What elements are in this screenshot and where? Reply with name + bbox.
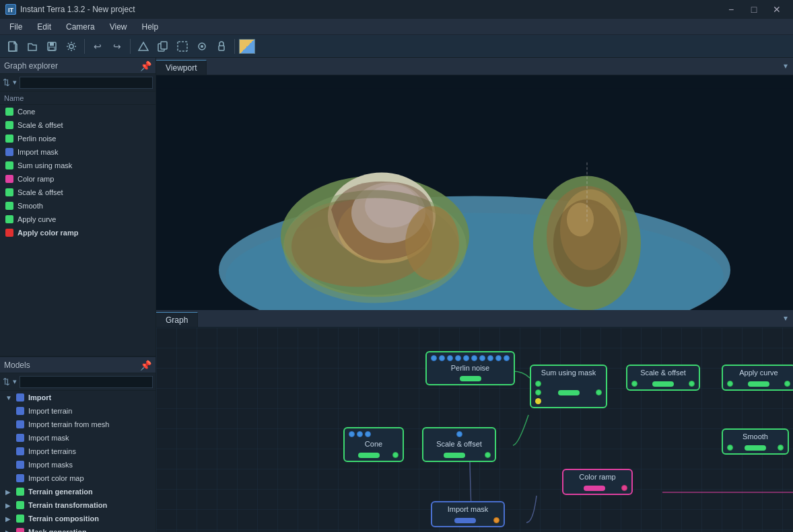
port-ac-in[interactable] bbox=[727, 381, 733, 387]
port-im-out[interactable] bbox=[493, 517, 499, 523]
port[interactable] bbox=[447, 355, 453, 361]
port-smooth-out[interactable] bbox=[778, 445, 784, 451]
port-sum-in3[interactable] bbox=[535, 398, 541, 404]
node-color-ramp[interactable]: Color ramp bbox=[562, 469, 633, 495]
models-search-input[interactable] bbox=[20, 376, 153, 388]
models-filter-icon[interactable]: ▾ bbox=[13, 377, 17, 386]
toggle-scale-offset-1[interactable] bbox=[444, 453, 465, 458]
menu-help[interactable]: Help bbox=[135, 21, 166, 33]
tree-item-apply-curve[interactable]: Apply curve bbox=[0, 213, 156, 226]
port[interactable] bbox=[471, 355, 477, 361]
node-cone[interactable]: Cone bbox=[343, 427, 404, 462]
port-sum-in1[interactable] bbox=[535, 381, 541, 387]
port[interactable] bbox=[439, 355, 445, 361]
toggle-smooth[interactable] bbox=[745, 445, 766, 451]
menu-view[interactable]: View bbox=[103, 21, 134, 33]
tree-item-smooth[interactable]: Smooth bbox=[0, 199, 156, 213]
maximize-button[interactable]: □ bbox=[743, 0, 765, 19]
settings-button[interactable] bbox=[63, 38, 80, 55]
port-sum-out[interactable] bbox=[596, 389, 602, 395]
port[interactable] bbox=[455, 355, 461, 361]
toggle-ac[interactable] bbox=[748, 381, 769, 387]
pin-icon[interactable]: 📌 bbox=[140, 61, 151, 71]
toggle-cone[interactable] bbox=[358, 453, 380, 458]
port[interactable] bbox=[495, 355, 502, 361]
tree-item-scale-offset-1[interactable]: Scale & offset bbox=[0, 118, 156, 132]
port[interactable] bbox=[456, 431, 462, 437]
models-item-import-colormap[interactable]: Import color map bbox=[0, 471, 156, 485]
viewport-canvas[interactable] bbox=[156, 75, 793, 310]
menu-file[interactable]: File bbox=[3, 21, 29, 33]
tree-item-color-ramp[interactable]: Color ramp bbox=[0, 172, 156, 186]
models-sort-icon[interactable]: ⇅ bbox=[3, 377, 10, 387]
toggle-perlin-noise[interactable] bbox=[460, 376, 481, 381]
open-button[interactable] bbox=[24, 38, 41, 55]
copy-button[interactable] bbox=[154, 38, 172, 55]
models-item-terrain-transform[interactable]: ▶ Terrain transformation bbox=[0, 498, 156, 512]
models-item-import-terrains[interactable]: Import terrains bbox=[0, 445, 156, 458]
models-item-import[interactable]: ▼ Import bbox=[0, 391, 156, 404]
port-cr-out[interactable] bbox=[621, 485, 627, 491]
port[interactable] bbox=[504, 355, 510, 361]
move-button[interactable] bbox=[193, 38, 211, 55]
sort-icon[interactable]: ⇅ bbox=[3, 77, 10, 87]
node-apply-curve[interactable]: Apply curve bbox=[722, 365, 793, 391]
port-ac-out[interactable] bbox=[784, 381, 790, 387]
models-item-import-terrain[interactable]: Import terrain bbox=[0, 404, 156, 418]
tab-viewport[interactable]: Viewport bbox=[156, 60, 207, 75]
new-button[interactable] bbox=[4, 38, 22, 55]
tree-item-scale-offset-2[interactable]: Scale & offset bbox=[0, 186, 156, 199]
models-item-import-mask[interactable]: Import mask bbox=[0, 431, 156, 445]
toggle-so2[interactable] bbox=[652, 381, 674, 387]
toggle-sum[interactable] bbox=[558, 390, 580, 395]
minimize-button[interactable]: − bbox=[720, 0, 742, 19]
tab-graph[interactable]: Graph bbox=[156, 312, 198, 327]
menu-edit[interactable]: Edit bbox=[30, 21, 58, 33]
color-picker-button[interactable] bbox=[239, 39, 255, 54]
tree-item-import-mask[interactable]: Import mask bbox=[0, 145, 156, 159]
port[interactable] bbox=[487, 355, 493, 361]
graph-canvas[interactable]: Perlin noise Cone bbox=[156, 328, 793, 532]
port-smooth-in[interactable] bbox=[727, 445, 733, 451]
port[interactable] bbox=[463, 355, 469, 361]
models-item-import-masks[interactable]: Import masks bbox=[0, 458, 156, 471]
node-smooth[interactable]: Smooth bbox=[722, 428, 789, 455]
node-sum-using-mask[interactable]: Sum using mask bbox=[530, 365, 607, 408]
port-cone-out[interactable] bbox=[392, 452, 399, 458]
port-sum-in2[interactable] bbox=[535, 389, 541, 395]
terrain-button[interactable] bbox=[135, 38, 152, 55]
port[interactable] bbox=[349, 431, 355, 437]
menu-camera[interactable]: Camera bbox=[59, 21, 102, 33]
viewport-tab-arrow[interactable]: ▾ bbox=[778, 57, 793, 75]
node-import-mask[interactable]: Import mask bbox=[431, 501, 505, 527]
node-perlin-noise[interactable]: Perlin noise bbox=[425, 351, 515, 385]
models-item-terrain-comp[interactable]: ▶ Terrain composition bbox=[0, 512, 156, 525]
save-button[interactable] bbox=[43, 38, 61, 55]
redo-button[interactable]: ↪ bbox=[108, 38, 126, 55]
node-scale-offset-2[interactable]: Scale & offset bbox=[626, 365, 700, 391]
port[interactable] bbox=[365, 431, 371, 437]
port-so2-in[interactable] bbox=[631, 381, 637, 387]
graph-tab-arrow[interactable]: ▾ bbox=[778, 309, 793, 327]
select-button[interactable] bbox=[174, 38, 191, 55]
toggle-import-mask[interactable] bbox=[454, 518, 476, 523]
port[interactable] bbox=[357, 431, 363, 437]
search-input[interactable] bbox=[20, 77, 153, 89]
port[interactable] bbox=[431, 355, 437, 361]
tree-item-sum-using-mask[interactable]: Sum using mask bbox=[0, 159, 156, 172]
tree-item-apply-color-ramp[interactable]: Apply color ramp bbox=[0, 226, 156, 239]
toggle-color-ramp[interactable] bbox=[584, 486, 605, 491]
tree-item-perlin-noise[interactable]: Perlin noise bbox=[0, 132, 156, 145]
port[interactable] bbox=[479, 355, 485, 361]
models-item-import-terrain-mesh[interactable]: Import terrain from mesh bbox=[0, 418, 156, 431]
tree-item-cone[interactable]: Cone bbox=[0, 105, 156, 118]
close-button[interactable]: ✕ bbox=[766, 0, 788, 19]
models-pin-icon[interactable]: 📌 bbox=[140, 360, 151, 371]
node-scale-offset-1[interactable]: Scale & offset bbox=[422, 427, 496, 462]
port-scale-offset-1-out[interactable] bbox=[485, 452, 491, 458]
models-item-terrain-gen[interactable]: ▶ Terrain generation bbox=[0, 485, 156, 498]
models-item-mask-gen[interactable]: ▶ Mask generation bbox=[0, 525, 156, 532]
lock-button[interactable] bbox=[213, 38, 230, 55]
undo-button[interactable]: ↩ bbox=[89, 38, 106, 55]
filter-icon[interactable]: ▾ bbox=[13, 78, 17, 87]
